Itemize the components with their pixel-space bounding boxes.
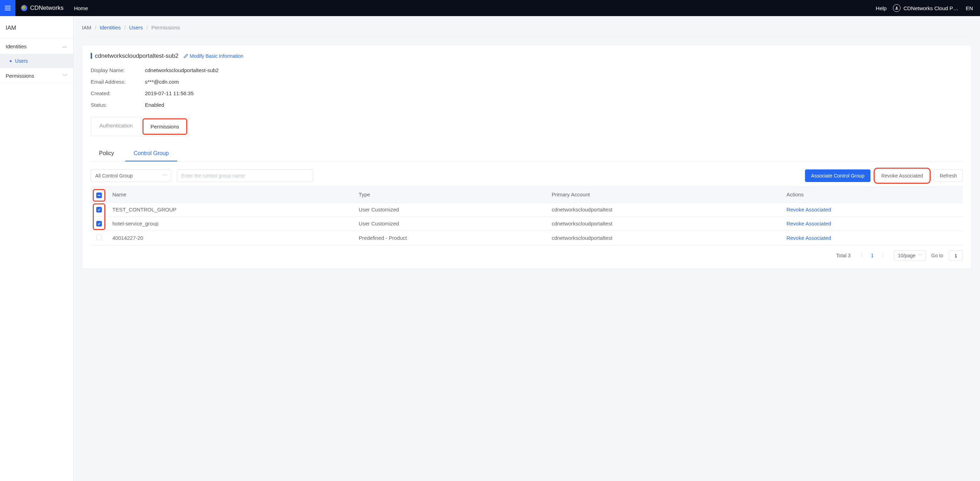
sidebar-group-label: Identities bbox=[6, 43, 27, 49]
associate-control-group-button[interactable]: Associate Control Group bbox=[805, 169, 870, 182]
pager-goto-input[interactable] bbox=[949, 250, 963, 261]
breadcrumb-sep: / bbox=[95, 24, 96, 30]
chevron-down-icon: ﹀ bbox=[62, 72, 68, 79]
detail-card: cdnetworkscloudportaltest-sub2 Modify Ba… bbox=[82, 45, 972, 269]
edit-icon bbox=[183, 54, 188, 59]
top-header-left: CDNetworks Home bbox=[0, 0, 93, 16]
tab-permissions[interactable]: Permissions bbox=[142, 118, 187, 135]
col-type: Type bbox=[354, 186, 547, 203]
sidebar-group-label: Permissions bbox=[6, 73, 34, 79]
status-label: Status: bbox=[91, 102, 145, 108]
sidebar: IAM Identities ︿ Users Permissions ﹀ bbox=[0, 16, 73, 481]
revoke-associated-button[interactable]: Revoke Associated bbox=[875, 169, 929, 182]
cell-type: User Customized bbox=[354, 217, 547, 231]
control-group-table: Name Type Primary Account Actions TEST_C… bbox=[91, 186, 963, 245]
breadcrumb-users[interactable]: Users bbox=[129, 24, 143, 30]
table-wrap: Name Type Primary Account Actions TEST_C… bbox=[91, 186, 963, 245]
pager-prev-button[interactable]: 〈 bbox=[856, 252, 865, 259]
breadcrumb-current: Permissions bbox=[151, 24, 180, 30]
chevron-down-icon: ﹀ bbox=[918, 252, 923, 259]
subtab-control-group[interactable]: Control Group bbox=[125, 146, 177, 161]
sidebar-item-users[interactable]: Users bbox=[0, 54, 73, 68]
email-value: s***@cdn.com bbox=[145, 79, 179, 85]
pager-perpage-value: 10/page bbox=[898, 253, 916, 258]
filter-select[interactable]: ﹀ bbox=[91, 169, 171, 182]
brand-name: CDNetworks bbox=[30, 5, 64, 11]
user-name-label: CDNetworks Cloud Po… bbox=[904, 5, 959, 11]
cell-name: hotel-service_group bbox=[107, 217, 354, 231]
user-menu[interactable]: CDNetworks Cloud Po… bbox=[893, 4, 959, 12]
svg-point-3 bbox=[896, 6, 897, 8]
sidebar-title: IAM bbox=[0, 16, 73, 39]
toolbar: ﹀ Associate Control Group Revoke Associa… bbox=[91, 169, 963, 182]
cell-name: 40014227-20 bbox=[107, 231, 354, 245]
sidebar-item-label: Users bbox=[15, 58, 28, 64]
main-content: IAM / Identities / Users / Permissions c… bbox=[73, 16, 980, 481]
bullet-icon bbox=[10, 60, 11, 62]
row-checkbox[interactable] bbox=[96, 221, 102, 226]
hamburger-icon bbox=[4, 4, 11, 12]
col-primary: Primary Account bbox=[547, 186, 781, 203]
pager-current[interactable]: 1 bbox=[871, 253, 873, 258]
col-name: Name bbox=[107, 186, 354, 203]
table-row: hotel-service_groupUser Customizedcdnetw… bbox=[91, 217, 963, 231]
help-link[interactable]: Help bbox=[876, 5, 886, 11]
menu-toggle-button[interactable] bbox=[0, 0, 15, 16]
home-link[interactable]: Home bbox=[69, 5, 93, 11]
search-input-wrap bbox=[177, 169, 313, 182]
breadcrumb-sep: / bbox=[146, 24, 148, 30]
sub-tabs: Policy Control Group bbox=[91, 146, 963, 162]
refresh-button[interactable]: Refresh bbox=[934, 169, 963, 182]
pager-perpage-select[interactable]: 10/page ﹀ bbox=[894, 250, 926, 261]
breadcrumb: IAM / Identities / Users / Permissions bbox=[82, 24, 972, 37]
cell-type: Predefined - Product bbox=[354, 231, 547, 245]
modify-link-label: Modify Basic Information bbox=[190, 53, 243, 59]
breadcrumb-sep: / bbox=[124, 24, 126, 30]
cell-name: TEST_CONTROL_GROUP bbox=[107, 203, 354, 217]
sidebar-group-permissions[interactable]: Permissions ﹀ bbox=[0, 68, 73, 83]
select-all-checkbox[interactable] bbox=[96, 193, 102, 198]
display-name-label: Display Name: bbox=[91, 67, 145, 73]
tab-authentication[interactable]: Authentication bbox=[91, 117, 142, 136]
created-value: 2019-07-11 11:56:35 bbox=[145, 90, 194, 96]
logo-icon bbox=[21, 5, 27, 11]
col-actions: Actions bbox=[781, 186, 963, 203]
email-label: Email Address: bbox=[91, 79, 145, 85]
display-name-value: cdnetworkscloudportaltest-sub2 bbox=[145, 67, 219, 73]
top-header-right: Help CDNetworks Cloud Po… EN bbox=[876, 4, 973, 12]
row-checkbox[interactable] bbox=[96, 234, 102, 240]
cell-primary: cdnetworkscloudportaltest bbox=[547, 231, 781, 245]
revoke-associated-link[interactable]: Revoke Associated bbox=[786, 207, 831, 212]
status-value: Enabled bbox=[145, 102, 164, 108]
pagination: Total 3 〈 1 〉 10/page ﹀ Go to bbox=[91, 250, 963, 261]
pager-total: Total 3 bbox=[836, 253, 851, 258]
created-label: Created: bbox=[91, 90, 145, 96]
pager-goto-label: Go to bbox=[931, 253, 943, 258]
table-row: 40014227-20Predefined - Productcdnetwork… bbox=[91, 231, 963, 245]
language-toggle[interactable]: EN bbox=[966, 5, 973, 11]
revoke-associated-link[interactable]: Revoke Associated bbox=[786, 235, 831, 241]
table-row: TEST_CONTROL_GROUPUser Customizedcdnetwo… bbox=[91, 203, 963, 217]
avatar-icon bbox=[893, 4, 900, 12]
row-checkbox[interactable] bbox=[96, 207, 102, 212]
primary-tabs: Authentication Permissions bbox=[91, 117, 189, 136]
modify-basic-info-link[interactable]: Modify Basic Information bbox=[183, 53, 243, 59]
cell-type: User Customized bbox=[354, 203, 547, 217]
filter-select-value[interactable] bbox=[91, 169, 171, 182]
breadcrumb-identities[interactable]: Identities bbox=[100, 24, 121, 30]
subtab-policy[interactable]: Policy bbox=[91, 146, 123, 161]
sidebar-group-identities[interactable]: Identities ︿ bbox=[0, 39, 73, 54]
breadcrumb-root[interactable]: IAM bbox=[82, 24, 91, 30]
cell-primary: cdnetworkscloudportaltest bbox=[547, 203, 781, 217]
top-header: CDNetworks Home Help CDNetworks Cloud Po… bbox=[0, 0, 980, 16]
revoke-associated-link[interactable]: Revoke Associated bbox=[786, 221, 831, 226]
user-title: cdnetworkscloudportaltest-sub2 bbox=[91, 53, 178, 59]
search-input[interactable] bbox=[177, 169, 313, 182]
cell-primary: cdnetworkscloudportaltest bbox=[547, 217, 781, 231]
chevron-up-icon: ︿ bbox=[62, 43, 68, 50]
pager-next-button[interactable]: 〉 bbox=[879, 252, 888, 259]
brand-logo[interactable]: CDNetworks bbox=[15, 5, 69, 11]
